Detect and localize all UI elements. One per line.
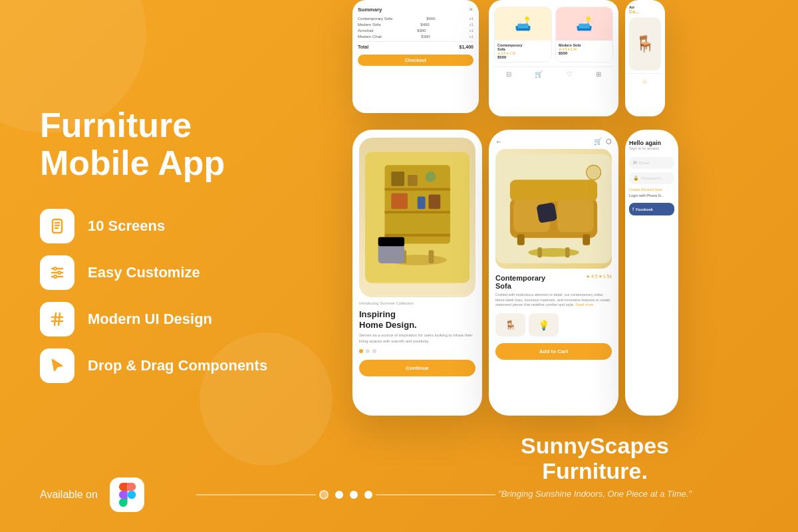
svg-point-21 <box>425 172 436 182</box>
product-name-1: ContemporarySofa <box>497 43 549 51</box>
share-icon[interactable]: ⬡ <box>606 138 612 145</box>
thumbnail-2[interactable]: 💡 <box>529 313 559 336</box>
cursor-icon <box>49 358 65 374</box>
facebook-label: Facebook <box>636 207 653 211</box>
checkout-button[interactable]: Checkout <box>358 55 473 66</box>
onboard-dot-3[interactable] <box>372 349 376 353</box>
onboard-dot-2[interactable] <box>366 349 370 353</box>
login-phone-link[interactable]: Login with Phone N... <box>629 194 674 198</box>
feature-icon-drag-box <box>40 348 74 383</box>
svg-rect-18 <box>384 234 450 237</box>
nav-cart-icon[interactable]: 🛒 <box>535 70 543 78</box>
phone-1-inner: Summary ✕ Contemporary Sofa $400 x1 Mode… <box>352 0 479 113</box>
summary-close[interactable]: ✕ <box>469 7 473 13</box>
phone-6-inner: Hello again Sign in to access ✉ Email 🔒 … <box>625 130 678 225</box>
feature-label-drag-drop: Drop & Drag Components <box>88 357 267 374</box>
phone-product-listing: 🛋️ ContemporarySofa ★ 4.5 ♥ 1.5k $500 🛋️… <box>489 0 618 116</box>
facebook-login-button[interactable]: f Facebook <box>629 203 674 215</box>
password-icon: 🔒 <box>633 176 639 181</box>
create-account-link[interactable]: Create Account here <box>629 188 674 192</box>
summary-total-row: Total $1,400 <box>358 45 473 49</box>
svg-rect-37 <box>536 202 557 223</box>
phone-4-inner: Introducing Summer Collection InspiringH… <box>352 130 482 384</box>
summary-title: Summary <box>358 7 382 13</box>
onboard-room-svg <box>365 146 470 289</box>
feature-icon-ui-box <box>40 302 74 336</box>
read-more-link[interactable]: Read more <box>575 303 593 307</box>
product-card-2[interactable]: 🛋️ Modern Sofa ★ 4.5 ♥ 1.5k $500 <box>555 7 613 63</box>
svg-point-38 <box>587 165 601 180</box>
detail-name-row: ContemporarySofa ★ 4.5 ♥ 1.5k <box>495 274 612 290</box>
back-button[interactable]: ← <box>495 138 502 145</box>
hello-again-text: Hello again <box>629 140 674 146</box>
phone-partial-top: Air Co... 🪑 ⌂ <box>625 0 665 116</box>
svg-line-13 <box>59 313 60 325</box>
summary-header: Summary ✕ <box>358 7 473 13</box>
product-price-2: $500 <box>559 51 610 55</box>
feature-label-customize: Easy Customize <box>88 264 200 281</box>
facebook-icon: f <box>632 206 634 212</box>
svg-rect-35 <box>517 234 525 245</box>
nav-home-icon[interactable]: ⊟ <box>506 70 511 78</box>
product-info-1: ContemporarySofa ★ 4.5 ♥ 1.5k $500 <box>495 41 551 62</box>
svg-point-39 <box>528 248 579 257</box>
email-field[interactable]: ✉ Email <box>629 157 674 169</box>
svg-rect-19 <box>391 172 404 186</box>
product-img-2: 🛋️ <box>556 7 612 41</box>
onboard-dot-1[interactable] <box>359 349 363 353</box>
nav-heart-icon[interactable]: ♡ <box>567 70 573 78</box>
hashtag-icon <box>49 311 65 327</box>
feature-label-ui-design: Modern UI Design <box>88 311 212 328</box>
partial-nav: ⌂ <box>629 73 661 84</box>
svg-rect-40 <box>537 247 542 257</box>
left-section: Furniture Mobile App 10 Screens <box>40 106 286 383</box>
product-card-1[interactable]: 🛋️ ContemporarySofa ★ 4.5 ♥ 1.5k $500 <box>494 7 552 63</box>
thumbnail-row: 🪑 💡 <box>495 313 612 336</box>
onboard-tag: Introducing Summer Collection <box>359 301 475 305</box>
summary-row-4: Modern Chair $300 x1 <box>358 35 473 39</box>
product-detail-image <box>495 149 612 269</box>
feature-item-customize: Easy Customize <box>40 255 286 290</box>
summary-item-4-name: Modern Chair <box>358 35 382 39</box>
figma-logo <box>110 477 144 512</box>
svg-rect-36 <box>583 234 590 245</box>
summary-item-3-name: Armchair <box>358 29 374 33</box>
continue-button[interactable]: Continue <box>359 360 475 376</box>
svg-rect-22 <box>391 194 408 209</box>
main-title: Furniture Mobile App <box>40 106 286 182</box>
available-on-text: Available on <box>40 489 98 501</box>
phone-order-summary: Summary ✕ Contemporary Sofa $400 x1 Mode… <box>352 0 479 113</box>
password-field[interactable]: 🔒 Password f... <box>629 172 674 184</box>
detail-stars: ★ 4.5 ♥ 1.5k <box>586 274 612 279</box>
svg-rect-27 <box>428 250 434 263</box>
svg-rect-34 <box>557 200 594 232</box>
dot-2[interactable] <box>335 491 343 499</box>
onboard-heading: InspiringHome Design. <box>359 309 475 330</box>
summary-row-3: Armchair $300 x1 <box>358 29 473 33</box>
phone-login-partial: Hello again Sign in to access ✉ Email 🔒 … <box>625 130 678 416</box>
nav-grid-icon[interactable]: ⊞ <box>596 70 601 78</box>
summary-item-4-qty: x1 <box>469 35 473 39</box>
thumbnail-1[interactable]: 🪑 <box>495 313 525 336</box>
svg-rect-23 <box>418 197 426 209</box>
phone-2-inner: 🛋️ ContemporarySofa ★ 4.5 ♥ 1.5k $500 🛋️… <box>489 0 618 116</box>
phone-product-detail: ← 🛒 ⬡ <box>489 130 618 416</box>
product-info-2: Modern Sofa ★ 4.5 ♥ 1.5k $500 <box>556 41 612 58</box>
summary-item-2-name: Modern Sofa <box>358 23 380 27</box>
sliders-icon <box>49 265 65 281</box>
add-to-cart-button[interactable]: Add to Cart <box>495 343 612 360</box>
sofa-detail-svg <box>495 149 612 269</box>
summary-divider <box>358 41 473 42</box>
svg-rect-16 <box>384 188 450 191</box>
summary-row-2: Modern Sofa $400 x1 <box>358 23 473 27</box>
feature-icon-screens-box <box>40 209 74 243</box>
detail-product-name: ContemporarySofa <box>495 274 545 290</box>
dot-1[interactable] <box>319 490 329 499</box>
onboard-dots <box>359 349 475 353</box>
cart-icon[interactable]: 🛒 <box>594 138 602 145</box>
svg-point-9 <box>54 275 57 278</box>
svg-rect-24 <box>428 195 440 209</box>
feature-label-screens: 10 Screens <box>88 217 165 235</box>
password-placeholder: Password f... <box>641 176 664 180</box>
summary-item-4-price: $300 <box>421 35 430 39</box>
